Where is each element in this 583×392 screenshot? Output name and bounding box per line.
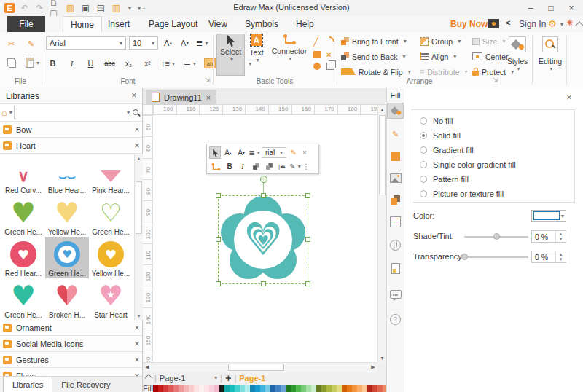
resize-handle-nw[interactable]: [216, 193, 221, 198]
scroll-right-icon[interactable]: ▶: [369, 363, 377, 372]
italic-button[interactable]: I: [65, 58, 79, 70]
document-close-icon[interactable]: ×: [206, 93, 211, 102]
shade-tint-slider[interactable]: [464, 236, 528, 238]
bullet-list-icon[interactable]: ≔▾: [181, 58, 197, 70]
library-section-gestures[interactable]: Gestures ×: [0, 352, 142, 368]
library-section-social-media[interactable]: Social Media Icons ×: [0, 336, 142, 352]
subscript-button[interactable]: x₂: [122, 58, 136, 70]
radio-icon[interactable]: [420, 146, 427, 154]
arc-tool-icon[interactable]: [322, 34, 337, 49]
connector-tool-button[interactable]: Connector ▾: [269, 34, 310, 62]
scroll-left-icon[interactable]: ◀: [143, 363, 152, 372]
mini-distribute-icon[interactable]: |◂▴: [276, 160, 288, 173]
page-tab-page1[interactable]: Page-1: [239, 374, 265, 383]
shape-red-curved-heart[interactable]: ∨ Red Curv...: [1, 154, 45, 195]
community-logo-icon[interactable]: ✳: [566, 18, 573, 28]
font-size-select[interactable]: 10▾: [129, 36, 158, 50]
palette-swatch[interactable]: [255, 385, 260, 392]
tab-insert[interactable]: Insert: [101, 16, 137, 32]
crop-tool-icon[interactable]: [326, 63, 334, 70]
palette-swatch[interactable]: [189, 385, 194, 392]
color-picker-button[interactable]: ▾: [531, 210, 566, 222]
mini-select-icon[interactable]: [209, 146, 221, 159]
maximize-button[interactable]: □: [541, 0, 561, 16]
fill-panel-close-icon[interactable]: ×: [564, 93, 574, 103]
palette-swatch[interactable]: [332, 385, 337, 392]
shape-green-flower-heart-selected[interactable]: ♥ Green He...: [45, 237, 89, 278]
palette-swatch[interactable]: [275, 385, 281, 392]
option-pattern-fill[interactable]: Pattern fill: [420, 174, 469, 184]
font-family-select[interactable]: Arial▾: [46, 36, 126, 50]
palette-swatch[interactable]: [179, 385, 184, 392]
section-close-icon[interactable]: ×: [132, 141, 142, 151]
palette-swatch[interactable]: [163, 385, 168, 392]
align-button[interactable]: Align▾: [420, 50, 456, 63]
scrollbar-thumb[interactable]: [136, 181, 142, 234]
format-painter-icon[interactable]: ✎: [24, 38, 38, 50]
resize-handle-ne[interactable]: [305, 193, 310, 198]
palette-swatch[interactable]: [296, 385, 301, 392]
palette-swatch[interactable]: [209, 385, 214, 392]
palette-swatch[interactable]: [306, 385, 311, 392]
palette-swatch[interactable]: [194, 385, 199, 392]
shape-red-flower-heart[interactable]: ♥ Red Hear...: [1, 237, 45, 278]
selection-box[interactable]: [218, 195, 308, 284]
collapse-ribbon-icon[interactable]: [575, 21, 583, 29]
shape-broken-heart[interactable]: ♥ Broken H...: [45, 278, 89, 320]
option-single-color-gradient-fill[interactable]: Single color gradient fill: [420, 160, 516, 170]
section-close-icon[interactable]: ×: [132, 323, 142, 333]
option-gradient-fill[interactable]: Gradient fill: [420, 145, 474, 155]
mini-connector-icon[interactable]: [209, 160, 222, 173]
palette-swatch[interactable]: [219, 385, 224, 392]
palette-swatch[interactable]: [362, 385, 367, 392]
text-tool-button[interactable]: A Text ▾: [246, 34, 267, 63]
mini-style-pen-icon[interactable]: ✎▾: [289, 160, 301, 173]
mini-align-icon[interactable]: ≣▾: [249, 146, 260, 159]
buy-now-link[interactable]: Buy Now: [450, 19, 488, 29]
shape-teal-heart[interactable]: ♥ Green He...: [1, 278, 45, 320]
palette-swatch[interactable]: [260, 385, 265, 392]
page-selector[interactable]: Page-1: [160, 374, 185, 383]
shade-tint-spinner[interactable]: 0 % ▲▼: [531, 230, 566, 243]
palette-swatch[interactable]: [199, 385, 204, 392]
palette-swatch[interactable]: [168, 385, 173, 392]
palette-swatch[interactable]: [367, 385, 372, 392]
radio-icon[interactable]: [420, 161, 427, 168]
palette-swatch[interactable]: [281, 385, 286, 392]
mini-bold-button[interactable]: B: [224, 160, 235, 173]
palette-swatch[interactable]: [224, 385, 230, 392]
palette-swatch[interactable]: [321, 385, 326, 392]
bold-button[interactable]: B: [46, 58, 60, 70]
copy-icon[interactable]: [4, 57, 18, 69]
mini-toolbar-close-icon[interactable]: ×: [301, 146, 308, 159]
option-solid-fill[interactable]: Solid fill: [420, 130, 461, 141]
shape-yellow-heart[interactable]: ♥ Yellow He...: [45, 195, 89, 237]
collapse-pagebar-icon[interactable]: [144, 374, 152, 382]
rotation-handle[interactable]: [260, 176, 267, 183]
video-tutorial-icon[interactable]: [488, 19, 499, 28]
home-icon[interactable]: ⌂: [1, 107, 7, 118]
spinner-arrows[interactable]: ▲▼: [555, 231, 566, 242]
styles-button[interactable]: Styles ▾: [506, 36, 529, 72]
group-button[interactable]: Group▾: [420, 35, 461, 47]
mini-send-back-icon[interactable]: [263, 160, 275, 173]
palette-swatch[interactable]: [153, 385, 158, 392]
picture-icon[interactable]: [387, 170, 404, 186]
palette-swatch[interactable]: [270, 385, 275, 392]
tab-file-recovery[interactable]: File Recovery: [52, 377, 119, 392]
increase-font-icon[interactable]: A▴: [161, 37, 175, 50]
attachment-icon[interactable]: [387, 260, 404, 276]
mini-format-painter-icon[interactable]: ✎: [288, 146, 300, 159]
strikethrough-button[interactable]: abc: [103, 58, 117, 70]
library-section-ornament[interactable]: Ornament ×: [0, 320, 142, 336]
palette-swatch[interactable]: [214, 385, 219, 392]
tab-libraries[interactable]: Libraries: [3, 377, 52, 392]
line-style-icon[interactable]: ✎: [387, 126, 404, 142]
palette-swatch[interactable]: [204, 385, 209, 392]
scroll-down-icon[interactable]: ▼: [378, 353, 386, 362]
shape-pink-heart[interactable]: Pink Hear...: [89, 154, 133, 195]
palette-swatch[interactable]: [291, 385, 296, 392]
tab-home[interactable]: Home: [63, 16, 102, 33]
comment-icon[interactable]: •••: [387, 286, 404, 302]
palette-swatch[interactable]: [347, 385, 352, 392]
